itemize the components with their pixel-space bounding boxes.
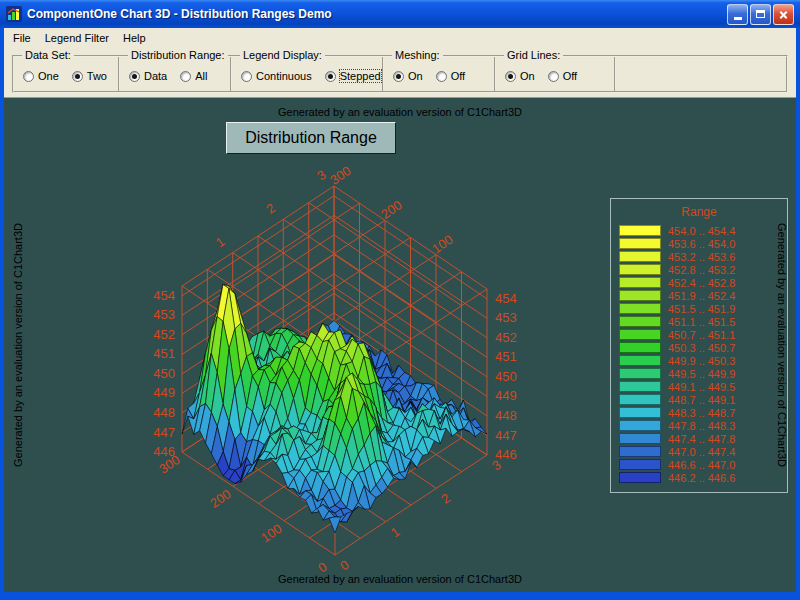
radio-option-two[interactable]: Two [72, 70, 107, 82]
legend-range-label: 447.4 .. 447.8 [668, 433, 735, 445]
menu-bar: FileLegend FilterHelp [4, 28, 796, 47]
group-options: OneTwo [14, 57, 118, 91]
legend-swatch [619, 420, 661, 431]
legend-row: 448.3 .. 448.7 [619, 406, 779, 419]
title-bar[interactable]: ComponentOne Chart 3D - Distribution Ran… [0, 0, 800, 28]
radio-option-off[interactable]: Off [548, 70, 577, 82]
radio-icon[interactable] [241, 71, 252, 82]
radio-icon[interactable] [436, 71, 447, 82]
legend-swatch [619, 303, 661, 314]
legend-swatch [619, 433, 661, 444]
radio-label: Off [563, 70, 577, 82]
legend-row: 450.7 .. 451.1 [619, 328, 779, 341]
svg-text:450: 450 [495, 369, 517, 384]
svg-text:100: 100 [258, 521, 284, 546]
legend-row: 452.4 .. 452.8 [619, 276, 779, 289]
radio-option-continuous[interactable]: Continuous [241, 70, 312, 82]
legend-row: 451.5 .. 451.9 [619, 302, 779, 315]
svg-text:200: 200 [207, 486, 233, 511]
legend-swatch [619, 264, 661, 275]
radio-option-on[interactable]: On [505, 70, 535, 82]
group-caption: Meshing: [392, 49, 443, 61]
svg-text:452: 452 [495, 330, 517, 345]
option-groups: Data Set:OneTwoDistribution Range:DataAl… [12, 55, 788, 93]
legend-row: 451.1 .. 451.5 [619, 315, 779, 328]
legend-title: Range [619, 205, 779, 219]
legend-row: 449.1 .. 449.5 [619, 380, 779, 393]
legend-range-label: 451.1 .. 451.5 [668, 316, 735, 328]
legend-row: 449.9 .. 450.3 [619, 354, 779, 367]
radio-option-on[interactable]: On [393, 70, 423, 82]
radio-icon[interactable] [72, 71, 83, 82]
legend-row: 453.6 .. 454.0 [619, 237, 779, 250]
legend-row: 449.5 .. 449.9 [619, 367, 779, 380]
menu-item-legend-filter[interactable]: Legend Filter [38, 30, 116, 46]
svg-text:1: 1 [213, 234, 228, 250]
legend-range-label: 453.2 .. 453.6 [668, 251, 735, 263]
radio-option-all[interactable]: All [180, 70, 207, 82]
legend-row: 454.0 .. 454.4 [619, 224, 779, 237]
radio-icon[interactable] [548, 71, 559, 82]
chart-title: Distribution Range [226, 122, 396, 154]
svg-text:454: 454 [495, 291, 517, 306]
legend-swatch [619, 407, 661, 418]
legend-swatch [619, 329, 661, 340]
svg-text:449: 449 [153, 385, 175, 400]
eval-text-left: Generated by an evaluation version of C1… [12, 223, 24, 467]
svg-text:0: 0 [337, 557, 352, 573]
radio-icon[interactable] [505, 71, 516, 82]
svg-text:447: 447 [153, 425, 175, 440]
radio-icon[interactable] [23, 71, 34, 82]
svg-text:453: 453 [495, 310, 517, 325]
radio-option-stepped[interactable]: Stepped [325, 70, 381, 82]
menu-item-help[interactable]: Help [116, 30, 153, 46]
legend-row: 446.2 .. 446.6 [619, 471, 779, 484]
group-caption: Legend Display: [240, 49, 325, 61]
app-window: ComponentOne Chart 3D - Distribution Ran… [0, 0, 800, 600]
group-data-set: Data Set:OneTwo [14, 57, 120, 91]
svg-text:448: 448 [153, 405, 175, 420]
group-options: DataAll [120, 57, 230, 91]
group-caption: Grid Lines: [504, 49, 563, 61]
legend-range-label: 450.3 .. 450.7 [668, 342, 735, 354]
legend-range-label: 450.7 .. 451.1 [668, 329, 735, 341]
legend-swatch [619, 342, 661, 353]
close-button[interactable] [773, 4, 794, 25]
chart-area: 4464464474474484484494494504504514514524… [4, 97, 796, 592]
svg-text:1: 1 [388, 524, 403, 540]
radio-option-one[interactable]: One [23, 70, 59, 82]
svg-text:2: 2 [263, 200, 278, 216]
svg-text:451: 451 [153, 346, 175, 361]
minimize-button[interactable] [727, 4, 748, 25]
radio-label: Off [451, 70, 465, 82]
legend-swatch [619, 355, 661, 366]
close-icon [778, 9, 789, 20]
legend-row: 453.2 .. 453.6 [619, 250, 779, 263]
radio-icon[interactable] [393, 71, 404, 82]
svg-text:447: 447 [495, 428, 517, 443]
legend-row: 452.8 .. 453.2 [619, 263, 779, 276]
radio-option-off[interactable]: Off [436, 70, 465, 82]
radio-icon[interactable] [129, 71, 140, 82]
radio-icon[interactable] [180, 71, 191, 82]
legend-swatch [619, 459, 661, 470]
radio-option-data[interactable]: Data [129, 70, 167, 82]
radio-label: Continuous [256, 70, 312, 82]
options-toolbar: Data Set:OneTwoDistribution Range:DataAl… [4, 47, 796, 97]
radio-label: All [195, 70, 207, 82]
group-grid-lines: Grid Lines:OnOff [496, 57, 616, 91]
legend-range-label: 447.0 .. 447.4 [668, 446, 735, 458]
menu-item-file[interactable]: File [6, 30, 38, 46]
legend-range-label: 453.6 .. 454.0 [668, 238, 735, 250]
svg-text:300: 300 [327, 163, 353, 188]
eval-text-top: Generated by an evaluation version of C1… [4, 106, 796, 118]
legend-range-label: 449.5 .. 449.9 [668, 368, 735, 380]
legend-swatch [619, 290, 661, 301]
group-distribution-range: Distribution Range:DataAll [120, 57, 232, 91]
svg-text:448: 448 [495, 408, 517, 423]
svg-text:2: 2 [438, 490, 453, 506]
legend-row: 447.8 .. 448.3 [619, 419, 779, 432]
maximize-button[interactable] [750, 4, 771, 25]
radio-icon[interactable] [325, 71, 336, 82]
legend-range-label: 454.0 .. 454.4 [668, 225, 735, 237]
